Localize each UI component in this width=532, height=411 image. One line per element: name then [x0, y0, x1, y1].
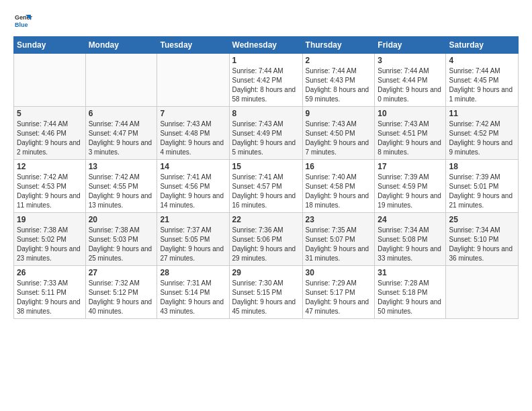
- calendar-cell: 19Sunrise: 7:38 AM Sunset: 5:02 PM Dayli…: [14, 213, 86, 266]
- day-info: Sunrise: 7:42 AM Sunset: 4:53 PM Dayligh…: [17, 173, 83, 210]
- day-number: 1: [232, 56, 300, 65]
- day-info: Sunrise: 7:40 AM Sunset: 4:58 PM Dayligh…: [306, 173, 372, 210]
- logo-icon: General Blue: [13, 11, 32, 30]
- calendar-cell: 11Sunrise: 7:42 AM Sunset: 4:52 PM Dayli…: [446, 107, 519, 160]
- day-info: Sunrise: 7:43 AM Sunset: 4:51 PM Dayligh…: [378, 120, 443, 157]
- calendar-cell: 31Sunrise: 7:28 AM Sunset: 5:18 PM Dayli…: [375, 266, 446, 319]
- day-number: 26: [17, 268, 83, 277]
- day-info: Sunrise: 7:44 AM Sunset: 4:44 PM Dayligh…: [378, 66, 443, 104]
- day-info: Sunrise: 7:44 AM Sunset: 4:45 PM Dayligh…: [449, 66, 515, 104]
- day-info: Sunrise: 7:29 AM Sunset: 5:17 PM Dayligh…: [306, 279, 372, 316]
- calendar-cell: 3Sunrise: 7:44 AM Sunset: 4:44 PM Daylig…: [375, 54, 446, 107]
- day-info: Sunrise: 7:39 AM Sunset: 4:59 PM Dayligh…: [378, 173, 443, 210]
- calendar-week-row: 26Sunrise: 7:33 AM Sunset: 5:11 PM Dayli…: [14, 266, 519, 319]
- day-info: Sunrise: 7:38 AM Sunset: 5:03 PM Dayligh…: [89, 226, 154, 263]
- day-info: Sunrise: 7:38 AM Sunset: 5:02 PM Dayligh…: [17, 226, 83, 263]
- day-number: 15: [232, 162, 300, 171]
- calendar: SundayMondayTuesdayWednesdayThursdayFrid…: [13, 36, 519, 319]
- day-number: 22: [232, 215, 300, 224]
- weekday-header: Wednesday: [229, 37, 302, 54]
- weekday-header: Monday: [85, 37, 157, 54]
- day-number: 21: [160, 215, 226, 224]
- day-info: Sunrise: 7:30 AM Sunset: 5:15 PM Dayligh…: [232, 279, 300, 316]
- weekday-header: Friday: [375, 37, 446, 54]
- day-info: Sunrise: 7:43 AM Sunset: 4:48 PM Dayligh…: [160, 120, 226, 157]
- day-info: Sunrise: 7:43 AM Sunset: 4:50 PM Dayligh…: [306, 120, 372, 157]
- calendar-cell: [85, 54, 157, 107]
- calendar-cell: [446, 266, 519, 319]
- calendar-cell: 26Sunrise: 7:33 AM Sunset: 5:11 PM Dayli…: [14, 266, 86, 319]
- day-info: Sunrise: 7:37 AM Sunset: 5:05 PM Dayligh…: [160, 226, 226, 263]
- weekday-header: Sunday: [14, 37, 86, 54]
- calendar-cell: [157, 54, 229, 107]
- day-number: 16: [306, 162, 372, 171]
- day-info: Sunrise: 7:39 AM Sunset: 5:01 PM Dayligh…: [449, 173, 515, 210]
- day-number: 4: [449, 56, 515, 65]
- day-number: 14: [160, 162, 226, 171]
- calendar-cell: 17Sunrise: 7:39 AM Sunset: 4:59 PM Dayli…: [375, 160, 446, 213]
- calendar-cell: 28Sunrise: 7:31 AM Sunset: 5:14 PM Dayli…: [157, 266, 229, 319]
- day-number: 31: [378, 268, 443, 277]
- day-info: Sunrise: 7:32 AM Sunset: 5:12 PM Dayligh…: [89, 279, 154, 316]
- day-info: Sunrise: 7:44 AM Sunset: 4:42 PM Dayligh…: [232, 66, 300, 104]
- day-number: 13: [89, 162, 154, 171]
- day-info: Sunrise: 7:41 AM Sunset: 4:57 PM Dayligh…: [232, 173, 300, 210]
- calendar-cell: 24Sunrise: 7:34 AM Sunset: 5:08 PM Dayli…: [375, 213, 446, 266]
- day-number: 17: [378, 162, 443, 171]
- weekday-header: Tuesday: [157, 37, 229, 54]
- weekday-header-row: SundayMondayTuesdayWednesdayThursdayFrid…: [14, 37, 519, 54]
- day-number: 2: [306, 56, 372, 65]
- day-info: Sunrise: 7:42 AM Sunset: 4:55 PM Dayligh…: [89, 173, 154, 210]
- calendar-cell: 12Sunrise: 7:42 AM Sunset: 4:53 PM Dayli…: [14, 160, 86, 213]
- calendar-cell: 10Sunrise: 7:43 AM Sunset: 4:51 PM Dayli…: [375, 107, 446, 160]
- day-number: 7: [160, 109, 226, 118]
- day-number: 25: [449, 215, 515, 224]
- calendar-cell: 15Sunrise: 7:41 AM Sunset: 4:57 PM Dayli…: [229, 160, 302, 213]
- calendar-cell: 8Sunrise: 7:43 AM Sunset: 4:49 PM Daylig…: [229, 107, 302, 160]
- calendar-cell: [14, 54, 86, 107]
- calendar-cell: 6Sunrise: 7:44 AM Sunset: 4:47 PM Daylig…: [85, 107, 157, 160]
- day-info: Sunrise: 7:42 AM Sunset: 4:52 PM Dayligh…: [449, 120, 515, 157]
- calendar-week-row: 1Sunrise: 7:44 AM Sunset: 4:42 PM Daylig…: [14, 54, 519, 107]
- day-info: Sunrise: 7:44 AM Sunset: 4:46 PM Dayligh…: [17, 120, 83, 157]
- day-number: 11: [449, 109, 515, 118]
- calendar-cell: 22Sunrise: 7:36 AM Sunset: 5:06 PM Dayli…: [229, 213, 302, 266]
- day-number: 28: [160, 268, 226, 277]
- logo-area: General Blue: [13, 11, 35, 30]
- day-number: 29: [232, 268, 300, 277]
- calendar-cell: 13Sunrise: 7:42 AM Sunset: 4:55 PM Dayli…: [85, 160, 157, 213]
- day-number: 18: [449, 162, 515, 171]
- day-number: 24: [378, 215, 443, 224]
- calendar-cell: 18Sunrise: 7:39 AM Sunset: 5:01 PM Dayli…: [446, 160, 519, 213]
- calendar-cell: 5Sunrise: 7:44 AM Sunset: 4:46 PM Daylig…: [14, 107, 86, 160]
- calendar-cell: 14Sunrise: 7:41 AM Sunset: 4:56 PM Dayli…: [157, 160, 229, 213]
- day-info: Sunrise: 7:34 AM Sunset: 5:08 PM Dayligh…: [378, 226, 443, 263]
- calendar-cell: 21Sunrise: 7:37 AM Sunset: 5:05 PM Dayli…: [157, 213, 229, 266]
- day-number: 10: [378, 109, 443, 118]
- calendar-cell: 9Sunrise: 7:43 AM Sunset: 4:50 PM Daylig…: [302, 107, 375, 160]
- calendar-week-row: 19Sunrise: 7:38 AM Sunset: 5:02 PM Dayli…: [14, 213, 519, 266]
- day-info: Sunrise: 7:41 AM Sunset: 4:56 PM Dayligh…: [160, 173, 226, 210]
- day-number: 12: [17, 162, 83, 171]
- calendar-cell: 7Sunrise: 7:43 AM Sunset: 4:48 PM Daylig…: [157, 107, 229, 160]
- day-number: 5: [17, 109, 83, 118]
- day-info: Sunrise: 7:33 AM Sunset: 5:11 PM Dayligh…: [17, 279, 83, 316]
- day-number: 23: [306, 215, 372, 224]
- header: General Blue: [13, 11, 519, 30]
- calendar-cell: 23Sunrise: 7:35 AM Sunset: 5:07 PM Dayli…: [302, 213, 375, 266]
- day-number: 30: [306, 268, 372, 277]
- calendar-cell: 16Sunrise: 7:40 AM Sunset: 4:58 PM Dayli…: [302, 160, 375, 213]
- calendar-cell: 27Sunrise: 7:32 AM Sunset: 5:12 PM Dayli…: [85, 266, 157, 319]
- day-info: Sunrise: 7:36 AM Sunset: 5:06 PM Dayligh…: [232, 226, 300, 263]
- day-number: 3: [378, 56, 443, 65]
- day-number: 19: [17, 215, 83, 224]
- day-info: Sunrise: 7:44 AM Sunset: 4:47 PM Dayligh…: [89, 120, 154, 157]
- calendar-cell: 20Sunrise: 7:38 AM Sunset: 5:03 PM Dayli…: [85, 213, 157, 266]
- calendar-cell: 2Sunrise: 7:44 AM Sunset: 4:43 PM Daylig…: [302, 54, 375, 107]
- day-info: Sunrise: 7:35 AM Sunset: 5:07 PM Dayligh…: [306, 226, 372, 263]
- day-info: Sunrise: 7:34 AM Sunset: 5:10 PM Dayligh…: [449, 226, 515, 263]
- day-number: 8: [232, 109, 300, 118]
- page: General Blue SundayMondayTuesdayWednesda…: [0, 0, 532, 327]
- calendar-cell: 30Sunrise: 7:29 AM Sunset: 5:17 PM Dayli…: [302, 266, 375, 319]
- calendar-week-row: 12Sunrise: 7:42 AM Sunset: 4:53 PM Dayli…: [14, 160, 519, 213]
